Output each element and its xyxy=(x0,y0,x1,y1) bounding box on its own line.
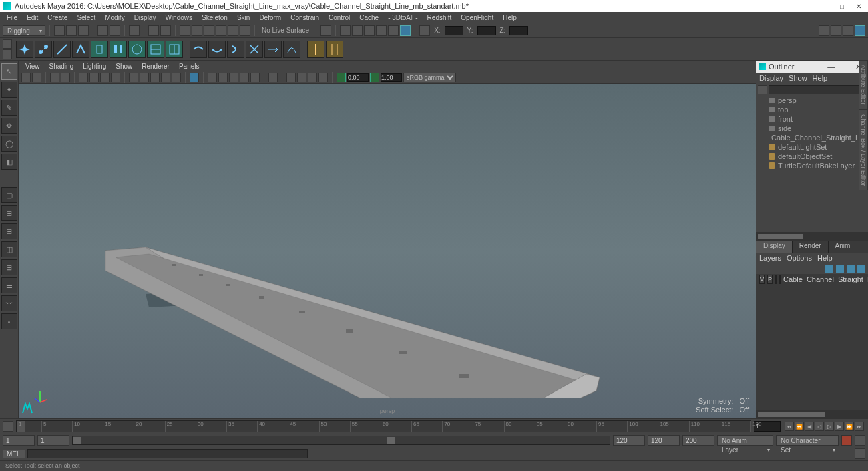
isolate-icon[interactable] xyxy=(190,73,199,82)
symmetry-value[interactable]: Off xyxy=(740,397,749,405)
menu-help[interactable]: Help xyxy=(499,14,521,21)
xray-icon[interactable] xyxy=(208,73,217,82)
lighting-icon[interactable] xyxy=(229,73,238,82)
range-handle-end[interactable] xyxy=(387,437,395,444)
mode-dropdown[interactable]: Rigging xyxy=(3,25,45,36)
panel-renderer[interactable]: Renderer xyxy=(138,63,174,70)
softselect-value[interactable]: Off xyxy=(740,406,749,414)
grid-icon[interactable] xyxy=(79,73,88,82)
new-icon[interactable] xyxy=(54,25,65,36)
layer-tab-render[interactable]: Render xyxy=(793,241,829,253)
range-slider[interactable] xyxy=(72,436,610,445)
gamma-input[interactable] xyxy=(381,73,402,82)
shelf-skin-1-icon[interactable] xyxy=(91,41,108,58)
side-tab-attribute[interactable]: Attribute Editor xyxy=(859,60,868,110)
shelf-skin-2-icon[interactable] xyxy=(110,41,127,58)
layer-playback[interactable]: P xyxy=(767,275,773,284)
range-end-outer[interactable] xyxy=(648,435,680,446)
layer-scroll[interactable] xyxy=(756,410,868,418)
anim-layer-dropdown[interactable]: No Anim Layer xyxy=(717,435,773,446)
prefs-icon[interactable] xyxy=(855,435,865,446)
menu-display[interactable]: Display xyxy=(130,14,160,21)
shelf-skin-3-icon[interactable] xyxy=(128,41,146,58)
menu-select[interactable]: Select xyxy=(73,14,99,21)
menu-openflight[interactable]: OpenFlight xyxy=(457,14,497,21)
textured-icon[interactable] xyxy=(150,73,160,82)
y-input[interactable] xyxy=(477,26,496,35)
ui-element-2-icon[interactable] xyxy=(831,25,841,36)
render-view-icon[interactable] xyxy=(364,25,375,36)
shelf-deform-2-icon[interactable] xyxy=(208,41,226,58)
tree-bakelayer[interactable]: TurtleDefaultBakeLayer xyxy=(756,161,868,170)
construction-icon[interactable] xyxy=(320,25,331,36)
panel-shading[interactable]: Shading xyxy=(45,63,78,70)
select-obj-icon[interactable] xyxy=(148,25,159,36)
script-editor-icon[interactable] xyxy=(855,448,865,459)
snap-plane-icon[interactable] xyxy=(216,25,226,36)
layout-two-h-tool[interactable]: ⊟ xyxy=(1,223,17,239)
undo-icon[interactable] xyxy=(97,25,108,36)
exposure-reset-icon[interactable] xyxy=(268,73,278,82)
layer-vis[interactable]: V xyxy=(759,275,765,284)
play-fwd-icon[interactable]: ▷ xyxy=(825,422,834,431)
menu-file[interactable]: File xyxy=(3,14,21,21)
ui-element-1-icon[interactable] xyxy=(819,25,829,36)
menu-windows[interactable]: Windows xyxy=(161,14,196,21)
time-menu-icon[interactable] xyxy=(3,421,13,432)
camera-attr-icon[interactable] xyxy=(32,73,41,82)
char-set-dropdown[interactable]: No Character Set xyxy=(776,435,839,446)
menu-modify[interactable]: Modify xyxy=(101,14,128,21)
tree-side[interactable]: side xyxy=(756,124,868,133)
shelf-skin-5-icon[interactable] xyxy=(166,41,183,58)
shelf-constraint-1-icon[interactable] xyxy=(307,41,324,58)
ui-element-3-icon[interactable] xyxy=(843,25,853,36)
range-end-inner[interactable] xyxy=(613,435,645,446)
tree-mesh[interactable]: Cable_Channel_Straight_Line_nc xyxy=(756,133,868,142)
menu-skin[interactable]: Skin xyxy=(233,14,254,21)
shelf-constraint-2-icon[interactable] xyxy=(326,41,343,58)
viewport[interactable]: persp Symmetry: Off Soft Select: Off xyxy=(19,84,756,418)
layer-move-down-icon[interactable] xyxy=(847,265,855,273)
snap-curve-icon[interactable] xyxy=(192,25,202,36)
shelf-tabs[interactable] xyxy=(3,39,12,59)
panel-show[interactable]: Show xyxy=(112,63,136,70)
outliner-display[interactable]: Display xyxy=(759,74,783,82)
bookmark-icon[interactable] xyxy=(50,73,59,82)
tree-lightset[interactable]: defaultLightSet xyxy=(756,142,868,152)
layer-tab-anim[interactable]: Anim xyxy=(829,241,858,253)
range-handle-start[interactable] xyxy=(73,437,81,444)
snap-point-icon[interactable] xyxy=(204,25,214,36)
wireframe-icon[interactable] xyxy=(129,73,138,82)
res-gate-icon[interactable] xyxy=(100,73,110,82)
autokey-icon[interactable] xyxy=(841,435,852,446)
ui-element-4-icon[interactable] xyxy=(855,25,865,36)
menu-deform[interactable]: Deform xyxy=(255,14,285,21)
step-fwd-key-icon[interactable]: ⏩ xyxy=(845,422,854,431)
hypershade-icon[interactable] xyxy=(388,25,399,36)
menu-redshift[interactable]: Redshift xyxy=(423,14,456,21)
layer-move-up-icon[interactable] xyxy=(836,265,844,273)
select-tool[interactable]: ↖ xyxy=(1,63,17,80)
z-input[interactable] xyxy=(509,26,528,35)
outliner-scroll[interactable] xyxy=(756,232,868,241)
shelf-snap-icon[interactable] xyxy=(16,41,33,58)
mel-label[interactable]: MEL xyxy=(3,450,25,458)
close-icon[interactable]: ✕ xyxy=(856,3,861,10)
filter-icon[interactable] xyxy=(758,85,767,94)
redo-icon[interactable] xyxy=(110,25,120,36)
shelf-deform-5-icon[interactable] xyxy=(264,41,282,58)
layers-options[interactable]: Options xyxy=(787,254,812,262)
shelf-deform-1-icon[interactable] xyxy=(190,41,207,58)
menu-cache[interactable]: Cache xyxy=(355,14,383,21)
command-input[interactable] xyxy=(27,449,308,458)
step-fwd-icon[interactable]: ▶ xyxy=(835,422,844,431)
layer-tab-display[interactable]: Display xyxy=(756,241,793,253)
layers-help[interactable]: Help xyxy=(817,254,833,262)
xray-joints-icon[interactable] xyxy=(218,73,228,82)
shadows-icon[interactable] xyxy=(172,73,181,82)
layers-menu[interactable]: Layers xyxy=(759,254,781,262)
range-end-outer2[interactable] xyxy=(682,435,714,446)
menu-skeleton[interactable]: Skeleton xyxy=(198,14,232,21)
menu-constrain[interactable]: Constrain xyxy=(286,14,323,21)
menu-create[interactable]: Create xyxy=(43,14,71,21)
